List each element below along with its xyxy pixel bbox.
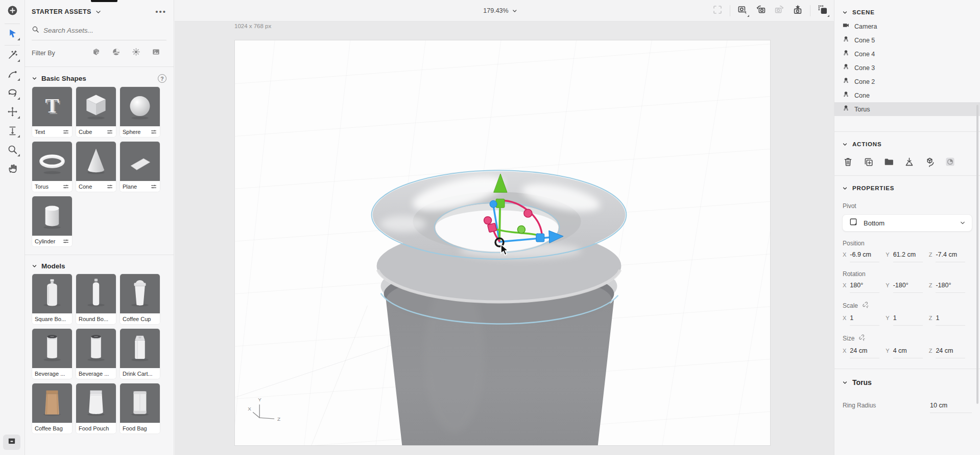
asset-card-cone[interactable]: Cone: [76, 142, 116, 192]
shape-settings-icon[interactable]: [106, 128, 113, 135]
filter-images-icon[interactable]: [152, 48, 160, 58]
shape-settings-icon[interactable]: [62, 128, 69, 135]
scene-item-cone-5[interactable]: Cone 5: [834, 33, 980, 47]
shape-settings-icon[interactable]: [150, 128, 157, 135]
frame-selection-icon: [712, 4, 723, 17]
asset-card-text-3d[interactable]: TT Text: [32, 87, 72, 137]
asset-card-round-bottle[interactable]: Round Bo...: [76, 274, 116, 324]
material-action-button[interactable]: [945, 156, 955, 167]
section-header-basic-shapes[interactable]: Basic Shapes?: [32, 74, 166, 83]
3d-scene-rendering[interactable]: Y X Z: [235, 40, 770, 445]
asset-card-drink-carton[interactable]: Drink Cart...: [120, 329, 160, 379]
size-x-field[interactable]: 24 cm: [850, 347, 879, 358]
divider: [25, 66, 174, 67]
asset-grid: TT Text Cube Sphere Torus Cone Plane Cyl…: [32, 87, 166, 246]
filter-lights-icon[interactable]: [132, 48, 140, 58]
asset-card-food-bag[interactable]: Food Bag: [120, 383, 160, 434]
asset-label: Coffee Cup: [123, 316, 157, 322]
unlink-icon[interactable]: [858, 334, 866, 343]
axis-label: Z: [929, 348, 933, 354]
asset-card-beverage-can[interactable]: Beverage ...: [32, 329, 72, 379]
panel-scrollbar[interactable]: [976, 105, 978, 404]
mesh-icon: [842, 63, 850, 73]
pivot-dropdown[interactable]: Bottom: [842, 214, 972, 232]
ring-radius-field[interactable]: 10 cm: [930, 402, 972, 413]
chevron-down-icon[interactable]: [95, 9, 102, 15]
position-z-field[interactable]: -7.4 cm: [936, 251, 965, 262]
scene-item-torus[interactable]: Torus: [834, 102, 980, 116]
camera-redo-button[interactable]: [770, 3, 788, 18]
artboard[interactable]: Y X Z: [234, 40, 771, 446]
add-tool[interactable]: [0, 0, 25, 22]
camera-undo-button[interactable]: [752, 3, 770, 18]
position-y-field[interactable]: 61.2 cm: [893, 251, 923, 262]
zoom-tool[interactable]: [0, 141, 25, 160]
asset-card-cylinder[interactable]: Cylinder: [32, 196, 72, 246]
filter-by-label: Filter By: [32, 50, 81, 57]
camera-select-button[interactable]: [733, 3, 752, 18]
scene-item-cone-4[interactable]: Cone 4: [834, 47, 980, 61]
rotation-x-field[interactable]: 180°: [850, 282, 879, 293]
torus-prop-row: Ring Radius 10 cm: [834, 402, 980, 413]
more-options-icon[interactable]: •••: [155, 10, 166, 14]
hand-tool[interactable]: [0, 160, 25, 179]
group-action-button[interactable]: [883, 156, 894, 167]
properties-section-header[interactable]: PROPERTIES: [834, 176, 980, 195]
asset-card-coffee-cup[interactable]: Coffee Cup: [120, 274, 160, 324]
position-x-field[interactable]: -6.9 cm: [850, 251, 879, 262]
viewport-canvas-area[interactable]: 1024 x 768 px: [175, 0, 834, 455]
toggle-assets-panel-button[interactable]: [3, 435, 20, 450]
asset-label: Text: [35, 129, 62, 135]
help-icon[interactable]: ?: [158, 74, 166, 83]
shape-settings-icon[interactable]: [62, 238, 69, 245]
asset-card-sphere[interactable]: Sphere: [120, 87, 160, 137]
delete-action-button[interactable]: [843, 156, 853, 167]
search-assets-input[interactable]: [43, 27, 156, 34]
scale-y-field[interactable]: 1: [893, 314, 923, 326]
size-y-field[interactable]: 4 cm: [893, 347, 923, 358]
drop-tool[interactable]: [0, 122, 25, 141]
asset-card-beverage-can[interactable]: Beverage ...: [76, 329, 116, 379]
shape-settings-icon[interactable]: [62, 183, 69, 190]
convert-3d-action-button[interactable]: [924, 156, 935, 167]
axis-indicator: Y X Z: [248, 397, 280, 422]
shape-settings-icon[interactable]: [150, 183, 157, 190]
sculpt-tool[interactable]: [0, 65, 25, 84]
rotation-y-field[interactable]: -180°: [893, 282, 923, 293]
scale-x-field[interactable]: 1: [850, 314, 879, 326]
frame-selection-button[interactable]: [708, 3, 727, 18]
unlink-icon[interactable]: [862, 301, 870, 310]
scene-item-cone-3[interactable]: Cone 3: [834, 61, 980, 75]
rotation-z-field[interactable]: -180°: [936, 282, 965, 293]
scale-z-field[interactable]: 1: [936, 314, 965, 326]
scene-item-camera[interactable]: Camera: [834, 19, 980, 33]
asset-card-plane[interactable]: Plane: [120, 142, 160, 192]
select-tool[interactable]: [0, 25, 25, 44]
wand-tool[interactable]: [0, 47, 25, 65]
move-icon: [7, 106, 18, 119]
actions-section-header[interactable]: ACTIONS: [834, 132, 980, 151]
asset-card-food-pouch[interactable]: Food Pouch: [76, 383, 116, 434]
prop-group-position: PositionX -6.9 cmY 61.2 cmZ -7.4 cm: [834, 240, 980, 262]
filter-objects-icon[interactable]: [92, 48, 101, 58]
asset-label: Drink Cart...: [123, 371, 157, 377]
asset-card-torus[interactable]: Torus: [32, 142, 72, 192]
torus-section-header[interactable]: Torus: [834, 369, 980, 391]
scene-item-cone-2[interactable]: Cone 2: [834, 75, 980, 88]
export-action-button[interactable]: [904, 156, 915, 167]
camera-bookmark-button[interactable]: [788, 3, 807, 18]
duplicate-action-button[interactable]: [863, 156, 874, 167]
scene-section-header[interactable]: SCENE: [834, 0, 980, 19]
filter-materials-icon[interactable]: [112, 48, 121, 58]
asset-card-cube[interactable]: Cube: [76, 87, 116, 137]
section-header-models[interactable]: Models: [32, 262, 166, 270]
size-z-field[interactable]: 24 cm: [936, 347, 965, 358]
shape-settings-icon[interactable]: [106, 183, 113, 190]
zoom-level-control[interactable]: 179.43%: [483, 0, 517, 21]
scene-item-cone[interactable]: Cone: [834, 88, 980, 102]
asset-card-square-bottle[interactable]: Square Bo...: [32, 274, 72, 324]
asset-card-coffee-bag[interactable]: Coffee Bag: [32, 383, 72, 434]
snapping-button[interactable]: [814, 3, 832, 18]
lasso-tool[interactable]: [0, 84, 25, 103]
move-tool[interactable]: [0, 103, 25, 122]
